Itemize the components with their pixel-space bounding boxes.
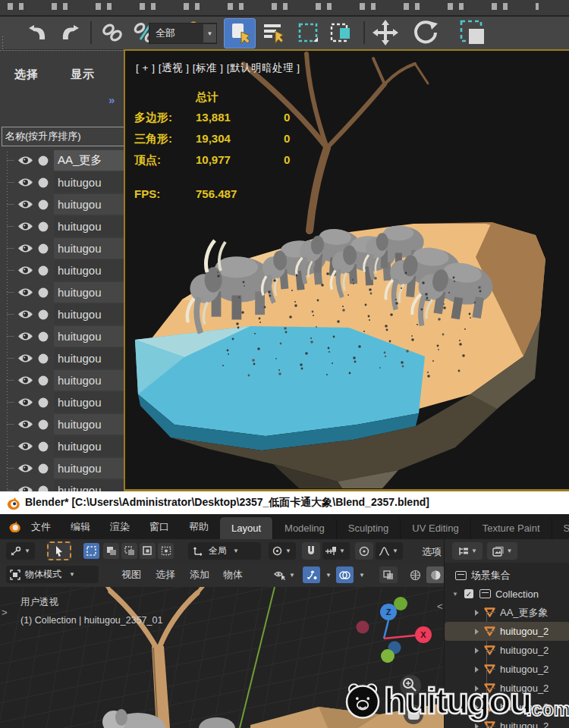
outliner-item[interactable]: huitugou_2 <box>445 717 569 728</box>
visibility-eye-icon[interactable] <box>17 265 33 275</box>
select-by-name-icon[interactable] <box>258 18 288 47</box>
tweak-tool-button[interactable] <box>47 541 71 560</box>
tab-select[interactable]: 选择 <box>14 67 39 82</box>
visibility-eye-icon[interactable] <box>17 463 33 473</box>
select-and-move-icon[interactable] <box>370 18 401 47</box>
expand-arrow-icon[interactable] <box>475 704 479 711</box>
gizmos-toggle[interactable] <box>303 566 320 583</box>
visibility-dropdown[interactable]: ▼ <box>272 566 297 583</box>
selectability-dot-icon[interactable] <box>38 177 49 188</box>
object-name-label[interactable]: huitugou <box>54 282 124 303</box>
outliner-item[interactable]: huitugou_2 <box>445 698 569 717</box>
shading-solid-icon[interactable] <box>426 566 445 583</box>
collapse-arrow-icon[interactable]: ▼ <box>452 591 458 598</box>
outliner-item[interactable]: huitugou_2 <box>445 641 569 660</box>
workspace-tab[interactable]: Layout <box>220 517 273 539</box>
selectability-dot-icon[interactable] <box>38 397 49 408</box>
workspace-tab[interactable]: UV Editing <box>401 517 470 539</box>
object-list-row[interactable]: huitugou <box>2 479 124 492</box>
select-and-rotate-icon[interactable] <box>410 18 441 47</box>
topbar-menu-item[interactable]: 窗口 <box>149 520 169 534</box>
object-list-row[interactable]: huitugou <box>2 215 124 237</box>
outliner-filter-dropdown[interactable]: ▼ <box>487 542 517 560</box>
select-mode-subtract-icon[interactable] <box>121 543 137 559</box>
select-mode-set-icon[interactable] <box>83 543 99 559</box>
selectability-dot-icon[interactable] <box>38 463 49 474</box>
selectability-dot-icon[interactable] <box>38 287 49 298</box>
collection-row[interactable]: ▼ ✓ Collection <box>445 585 569 603</box>
falloff-dropdown[interactable]: ▼ <box>376 542 403 560</box>
object-list-row[interactable]: AA_更多 <box>2 149 124 171</box>
expand-arrow-icon[interactable] <box>475 648 479 654</box>
selectability-dot-icon[interactable] <box>38 441 49 452</box>
object-name-label[interactable]: huitugou <box>54 194 124 215</box>
select-mode-extend-icon[interactable] <box>103 543 119 559</box>
sidebar-toggle-icon[interactable]: < <box>437 601 443 612</box>
viewport-menu-select[interactable]: 选择 <box>156 563 175 587</box>
object-list-row[interactable]: huitugou <box>2 391 124 413</box>
active-tool-dropdown[interactable]: ▼ <box>6 542 35 560</box>
visibility-eye-icon[interactable] <box>17 155 33 165</box>
select-object-icon[interactable] <box>224 18 256 49</box>
blender-app-icon[interactable] <box>8 521 21 532</box>
expand-arrow-icon[interactable] <box>475 610 479 616</box>
pivot-point-dropdown[interactable]: ▼ <box>269 542 296 560</box>
snap-toggle-magnet-icon[interactable] <box>302 542 320 560</box>
selectability-dot-icon[interactable] <box>38 375 49 386</box>
expand-arrow-icon[interactable] <box>475 686 479 692</box>
visibility-eye-icon[interactable] <box>17 221 33 231</box>
selectability-dot-icon[interactable] <box>38 331 49 342</box>
gizmos-dropdown-arrow[interactable]: ▼ <box>325 572 332 579</box>
object-list-row[interactable]: huitugou <box>2 193 124 215</box>
topbar-menu-item[interactable]: 文件 <box>31 520 51 534</box>
visibility-eye-icon[interactable] <box>17 331 33 341</box>
select-and-link-icon[interactable] <box>97 18 127 47</box>
object-list-row[interactable]: huitugou <box>2 413 124 435</box>
collection-checkbox[interactable]: ✓ <box>464 589 473 598</box>
visibility-eye-icon[interactable] <box>17 397 33 407</box>
dropdown-arrow-icon[interactable]: ▼ <box>203 24 216 42</box>
viewport-menu-add[interactable]: 添加 <box>190 563 209 587</box>
zoom-view-button[interactable] <box>400 675 421 696</box>
max-viewport[interactable]: [ + ] [透视 ] [标准 ] [默认明暗处理 ] 总计 多边形: 13,8… <box>124 49 569 491</box>
viewport-label[interactable]: [ + ] [透视 ] [标准 ] [默认明暗处理 ] <box>136 61 300 75</box>
visibility-eye-icon[interactable] <box>17 441 33 451</box>
visibility-eye-icon[interactable] <box>17 309 33 319</box>
object-name-label[interactable]: huitugou <box>54 216 124 237</box>
object-name-label[interactable]: huitugou <box>54 414 124 435</box>
visibility-eye-icon[interactable] <box>17 199 33 209</box>
xray-toggle[interactable] <box>379 566 398 583</box>
selectability-dot-icon[interactable] <box>38 353 49 364</box>
outliner-item[interactable]: AA_更多象 <box>445 603 569 622</box>
visibility-eye-icon[interactable] <box>17 375 33 385</box>
proportional-editing-icon[interactable] <box>355 542 373 560</box>
object-name-label[interactable]: huitugou <box>54 458 124 479</box>
topbar-menu-item[interactable]: 编辑 <box>71 520 90 534</box>
workspace-tab[interactable]: Sculpting <box>337 517 401 539</box>
undo-icon[interactable] <box>23 18 53 47</box>
object-list-row[interactable]: huitugou <box>2 281 124 303</box>
selectability-dot-icon[interactable] <box>38 243 49 254</box>
object-name-label[interactable]: huitugou <box>54 392 124 413</box>
select-and-scale-icon[interactable] <box>452 18 498 47</box>
visibility-eye-icon[interactable] <box>17 177 33 187</box>
selectability-dot-icon[interactable] <box>38 155 49 166</box>
expand-arrow-icon[interactable] <box>475 629 479 635</box>
blender-3d-viewport[interactable]: Z X < > 用户透视 (1) Co <box>0 587 444 728</box>
viewport-menu-view[interactable]: 视图 <box>121 563 141 587</box>
selection-filter-dropdown[interactable]: 全部 ▼ <box>149 23 217 44</box>
visibility-eye-icon[interactable] <box>17 419 33 429</box>
mode-dropdown[interactable]: 物体模式 ▼ <box>6 566 99 583</box>
topbar-menu-item[interactable]: 渲染 <box>110 520 130 534</box>
object-list-row[interactable]: huitugou <box>2 347 124 369</box>
selectability-dot-icon[interactable] <box>38 309 49 320</box>
object-name-label[interactable]: huitugou <box>54 260 124 281</box>
workspace-tab[interactable]: Shading <box>552 517 569 539</box>
overlays-toggle[interactable] <box>336 566 354 583</box>
rectangular-selection-region-icon[interactable] <box>293 18 323 47</box>
object-name-label[interactable]: huitugou <box>54 238 124 259</box>
object-name-label[interactable]: huitugou <box>54 304 124 325</box>
panel-overflow-chevron[interactable]: » <box>108 93 115 106</box>
visibility-eye-icon[interactable] <box>17 287 33 297</box>
expand-arrow-icon[interactable] <box>475 723 479 728</box>
